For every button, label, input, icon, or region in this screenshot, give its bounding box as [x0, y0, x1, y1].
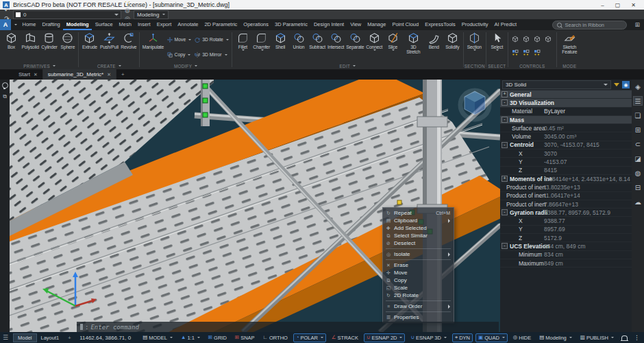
property-row[interactable]: +Moments of ine2.68414e+14, 2.44331e+14,… [500, 175, 632, 183]
layout-tab-layout1[interactable]: Layout1 [37, 334, 64, 342]
chevron-down-icon[interactable] [188, 54, 190, 56]
cleanup-icon[interactable]: ⊟ [633, 182, 643, 192]
undo-icon[interactable]: ↶ [3, 6, 11, 14]
property-row[interactable]: -Centroid3070, -4153.07, 8415 [500, 141, 632, 150]
bend-button[interactable]: Bend [425, 32, 443, 49]
3d-stretch-button[interactable]: 3D Stretch [402, 32, 425, 55]
box-button[interactable]: Box [2, 32, 21, 49]
property-row[interactable]: Minimum834 cm [500, 251, 632, 259]
controls-grid-icon-2[interactable] [522, 47, 532, 60]
filter-icon[interactable] [614, 83, 619, 86]
collapse-icon[interactable]: - [501, 117, 508, 123]
status-toggle-quad[interactable]: ▣QUAD [475, 333, 508, 342]
chevron-down-icon[interactable] [473, 49, 476, 51]
property-row[interactable]: Y-4153.07 [500, 158, 632, 166]
union-button[interactable]: Union [290, 32, 308, 49]
chevron-down-icon[interactable] [225, 54, 227, 56]
close-icon[interactable]: ✕ [107, 72, 111, 78]
status-toggle-model[interactable]: ▤MODEL [140, 333, 175, 342]
application-menu-button[interactable]: A [0, 19, 11, 30]
render-materials-icon[interactable]: ◪ [633, 154, 643, 163]
status-overflow-icon[interactable]: ⋮ [632, 334, 641, 341]
chevron-down-icon[interactable] [188, 39, 191, 40]
tab-expresstools[interactable]: ExpressTools [422, 19, 459, 30]
section-button[interactable]: Section [465, 32, 484, 51]
add-layout-button[interactable]: + [66, 335, 72, 341]
connect-button[interactable]: Connect [365, 32, 384, 51]
ribbon-panel-toggle-icon[interactable]: ⊞ [630, 19, 644, 30]
chevron-down-icon[interactable] [444, 337, 447, 338]
blocks-panel-icon[interactable]: ⊞ [633, 125, 643, 134]
tab-surface[interactable]: Surface [92, 19, 116, 30]
chevron-down-icon[interactable] [496, 49, 499, 51]
chevron-down-icon[interactable] [373, 49, 376, 51]
light-icon[interactable] [2, 82, 8, 88]
new-document-tab-button[interactable]: + [116, 69, 129, 80]
command-line[interactable]: : Enter command [77, 322, 499, 332]
structure-browser-icon[interactable]: ◈ [633, 82, 643, 91]
property-row[interactable]: X9388.77 [500, 217, 632, 225]
slice-button[interactable]: Slice [384, 32, 402, 51]
collapse-icon[interactable]: - [501, 243, 508, 249]
sphere-button[interactable]: Sphere [58, 32, 77, 49]
controls-cube-icon-4[interactable] [544, 34, 554, 46]
structure-tree-icon[interactable]: ⧉ [3, 94, 7, 99]
snap-settings-icon-2[interactable]: ⁛ [123, 0, 132, 6]
property-row[interactable]: Y8957.69 [500, 226, 632, 234]
3d-rotate-button[interactable]: 3D Rotate [194, 36, 229, 43]
controls-cube-icon-3[interactable] [533, 34, 543, 46]
chevron-down-icon[interactable] [242, 49, 245, 51]
controls-cube-icon-1[interactable] [511, 34, 521, 46]
status-toggle-polar[interactable]: ◔POLAR [293, 333, 326, 342]
menu-item-copy[interactable]: ⧉Copy [383, 276, 454, 284]
expand-icon[interactable]: + [501, 176, 508, 182]
ribbon-group-label[interactable]: PRIMITIVES [1, 62, 77, 69]
move-button[interactable]: Move [166, 36, 192, 43]
solidify-button[interactable]: Solidify [443, 32, 462, 49]
controls-cube-icon-2[interactable] [522, 34, 532, 46]
selection-grip[interactable] [203, 84, 208, 88]
chevron-down-icon[interactable] [399, 337, 402, 338]
layout-tab-model[interactable]: Model [13, 333, 36, 342]
property-value[interactable]: 834 cm [544, 251, 630, 258]
property-value[interactable]: 834 cm, 849 cm [544, 243, 630, 250]
scaffold-post-selected[interactable] [201, 80, 210, 126]
menu-item-scale[interactable]: ◱Scale [383, 284, 454, 292]
chevron-down-icon[interactable] [611, 337, 614, 338]
properties-panel-icon[interactable]: ☰ [633, 96, 643, 106]
property-value[interactable]: 849 cm [544, 260, 630, 267]
collapse-icon[interactable]: - [501, 142, 508, 148]
status-toggle-modeling[interactable]: ▤Modeling [536, 333, 575, 342]
ribbon-group-label[interactable]: EDIT [233, 62, 462, 69]
controls-grid-icon-1[interactable] [511, 47, 521, 60]
push-pull-button[interactable]: Push/Pull [99, 32, 119, 49]
status-toggle-dyn[interactable]: ⌖DYN [452, 333, 473, 342]
property-row[interactable]: Volume3045.00 cm³ [500, 132, 632, 141]
tab-view[interactable]: View [347, 19, 364, 30]
select-button[interactable]: Select [488, 32, 506, 51]
property-row[interactable]: Z8415 [500, 167, 632, 175]
menu-item-move[interactable]: ✢Move [383, 269, 454, 276]
property-value[interactable]: 9388.77 [544, 217, 630, 224]
tab-mesh[interactable]: Mesh [116, 19, 134, 30]
sketch-feature-button[interactable]: Sketch Feature [558, 32, 581, 55]
expand-icon[interactable]: + [501, 91, 508, 97]
property-value[interactable]: 5172.9 [544, 235, 630, 241]
property-value[interactable]: 3070, -4153.07, 8415 [544, 141, 630, 148]
application-menu-caret[interactable] [11, 19, 19, 30]
ribbon-group-label[interactable]: CREATE [79, 62, 138, 69]
property-value[interactable]: -4153.07 [544, 158, 630, 165]
property-row[interactable]: -UCS Elevation834 cm, 849 cm [500, 242, 632, 250]
property-row[interactable]: -Mass [500, 116, 632, 124]
status-toggle-ortho[interactable]: ∟ORTHO [260, 333, 290, 342]
menu-item-erase[interactable]: ✕Erase [383, 261, 454, 269]
tab-export[interactable]: Export [153, 19, 175, 30]
property-row[interactable]: Surface area0.45 m² [500, 124, 632, 132]
tab-home[interactable]: Home [19, 19, 39, 30]
property-row[interactable]: MaterialByLayer [500, 108, 632, 116]
workspace-dropdown[interactable]: Modeling [134, 10, 169, 19]
status-toggle-snap[interactable]: ⊞SNAP [232, 333, 258, 342]
status-toggle-esnap-3d[interactable]: ∪ESNAP 3D [408, 333, 449, 342]
close-button[interactable]: ✕ [631, 2, 636, 8]
property-value[interactable]: -3.80235e+13 [544, 184, 630, 191]
